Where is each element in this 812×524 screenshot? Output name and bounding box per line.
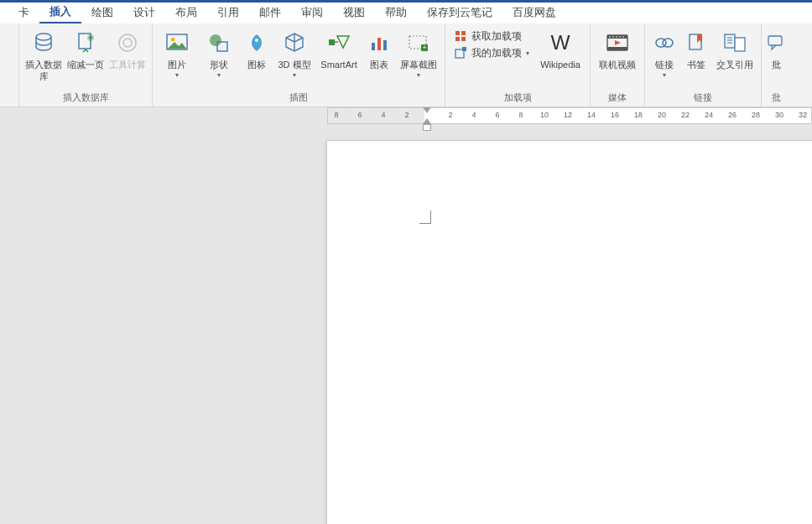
cross-reference-button[interactable]: 交叉引用 [712, 26, 757, 82]
comment-label-partial: 批 [772, 59, 781, 82]
shrink-page-button[interactable]: 缩减一页 [65, 26, 107, 82]
screenshot-label: 屏幕截图 [400, 59, 437, 70]
svg-point-4 [123, 39, 132, 47]
ruler-tick: 2 [448, 111, 452, 119]
shapes-button[interactable]: 形状▾ [198, 26, 240, 82]
svg-rect-13 [383, 40, 387, 50]
icons-icon [243, 29, 270, 56]
hanging-indent-marker[interactable] [423, 118, 431, 124]
insert-database-label: 插入数据库 [24, 59, 63, 83]
tab-bar: 卡 插入 绘图 设计 布局 引用 邮件 审阅 视图 帮助 保存到云笔记 百度网盘 [0, 0, 812, 23]
group-label-partial [0, 92, 15, 106]
ruler-margin-zone [328, 108, 424, 123]
online-video-button[interactable]: 联机视频 [594, 26, 641, 82]
tab-baidu[interactable]: 百度网盘 [502, 3, 566, 23]
cross-reference-label: 交叉引用 [716, 59, 753, 82]
bookmark-button[interactable]: 书签 [680, 26, 712, 82]
shapes-icon [206, 29, 232, 56]
ruler-tick: 8 [518, 111, 523, 119]
group-label-media: 媒体 [594, 90, 641, 106]
ruler-tick: 20 [658, 111, 666, 119]
online-video-label: 联机视频 [599, 59, 636, 82]
svg-point-31 [622, 36, 624, 38]
chart-label: 图表 [370, 59, 388, 82]
svg-point-6 [171, 38, 174, 41]
cube-icon [281, 29, 308, 56]
ruler-tick: 30 [775, 111, 783, 119]
svg-rect-37 [768, 36, 782, 45]
tool-calc-icon [114, 29, 141, 56]
chart-button[interactable]: 图表 [362, 26, 396, 82]
picture-button[interactable]: 图片▾ [156, 26, 198, 82]
icons-button[interactable]: 图标 [240, 26, 273, 82]
chevron-down-icon: ▾ [168, 71, 186, 80]
tab-design[interactable]: 设计 [123, 3, 165, 23]
text-cursor [419, 210, 431, 224]
svg-rect-35 [725, 34, 735, 48]
tab-insert[interactable]: 插入 [39, 3, 81, 23]
model3d-button[interactable]: 3D 模型▾ [273, 26, 315, 82]
tab-mailings[interactable]: 邮件 [249, 3, 291, 23]
screenshot-button[interactable]: + 屏幕截图▾ [396, 26, 441, 82]
screenshot-icon: + [405, 29, 432, 56]
svg-point-28 [612, 36, 614, 38]
tab-review[interactable]: 审阅 [291, 3, 333, 23]
wikipedia-icon: W [547, 29, 574, 56]
tab-save-cloud[interactable]: 保存到云笔记 [417, 3, 502, 23]
ruler-tick: 10 [540, 111, 549, 119]
database-icon [30, 29, 57, 56]
left-indent-marker[interactable] [423, 124, 431, 131]
first-line-indent-marker[interactable] [423, 107, 431, 113]
insert-database-button[interactable]: 插入数据库 [23, 26, 65, 83]
icons-label: 图标 [247, 59, 266, 82]
horizontal-ruler[interactable]: 86422468101214161820222426283032 [327, 107, 812, 124]
get-addins-button[interactable]: 获取加载项 [454, 29, 529, 43]
svg-rect-22 [462, 47, 466, 51]
ruler-tick: 4 [471, 111, 476, 119]
link-button[interactable]: 链接▾ [648, 26, 680, 82]
comment-button-partial[interactable]: 批 [765, 26, 787, 82]
group-label-illustrations: 插图 [156, 90, 441, 106]
ruler-tick: 14 [587, 111, 596, 119]
tool-calc-label: 工具计算 [109, 59, 146, 82]
group-label-addins: 加载项 [449, 90, 586, 106]
ruler-tick: 32 [799, 111, 807, 119]
ruler-tick: 6 [495, 111, 499, 119]
chevron-down-icon: ▾ [210, 71, 228, 80]
group-label-database: 插入数据库 [23, 90, 148, 106]
svg-text:+: + [423, 44, 427, 51]
chevron-down-icon: ▾ [278, 71, 310, 80]
group-label-links: 链接 [648, 90, 757, 106]
svg-rect-18 [461, 31, 466, 35]
wikipedia-button[interactable]: W Wikipedia [534, 26, 586, 82]
store-icon [454, 29, 467, 43]
group-label-comments-partial: 批 [765, 90, 787, 106]
picture-label: 图片 [168, 59, 186, 70]
document-page[interactable] [327, 141, 812, 524]
tab-references[interactable]: 引用 [207, 3, 249, 23]
tool-calc-button: 工具计算 [107, 26, 148, 82]
svg-point-30 [619, 36, 621, 38]
partial-left-button[interactable] [0, 26, 15, 59]
ruler-tick: 22 [681, 111, 690, 119]
svg-point-29 [616, 36, 617, 38]
svg-point-3 [119, 34, 136, 51]
smartart-button[interactable]: SmartArt [315, 26, 362, 82]
smartart-label: SmartArt [320, 59, 357, 82]
my-addins-button[interactable]: 我的加载项 ▾ [454, 46, 529, 60]
tab-partial[interactable]: 卡 [8, 3, 39, 23]
link-label: 链接 [655, 59, 674, 70]
get-addins-label: 获取加载项 [471, 30, 522, 43]
svg-rect-20 [461, 37, 466, 41]
cross-ref-icon [721, 29, 748, 56]
tab-draw[interactable]: 绘图 [81, 3, 123, 23]
chevron-down-icon: ▾ [526, 49, 529, 57]
svg-rect-11 [372, 43, 375, 50]
tab-layout[interactable]: 布局 [165, 3, 207, 23]
model3d-label: 3D 模型 [278, 59, 310, 70]
tab-help[interactable]: 帮助 [375, 3, 417, 23]
tab-view[interactable]: 视图 [333, 3, 375, 23]
ruler-tick: 18 [634, 111, 643, 119]
svg-rect-17 [455, 31, 460, 35]
ruler-tick: 28 [752, 111, 760, 119]
